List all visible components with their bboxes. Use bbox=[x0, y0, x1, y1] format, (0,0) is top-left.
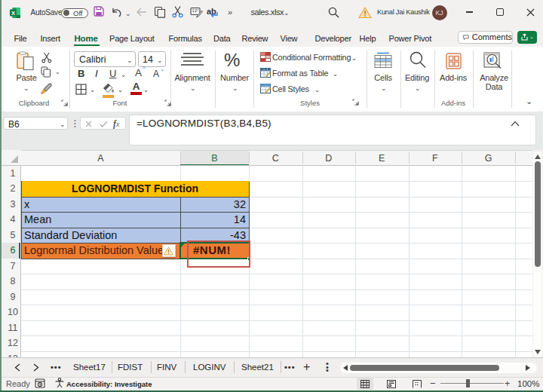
svg-text:X: X bbox=[11, 10, 15, 17]
